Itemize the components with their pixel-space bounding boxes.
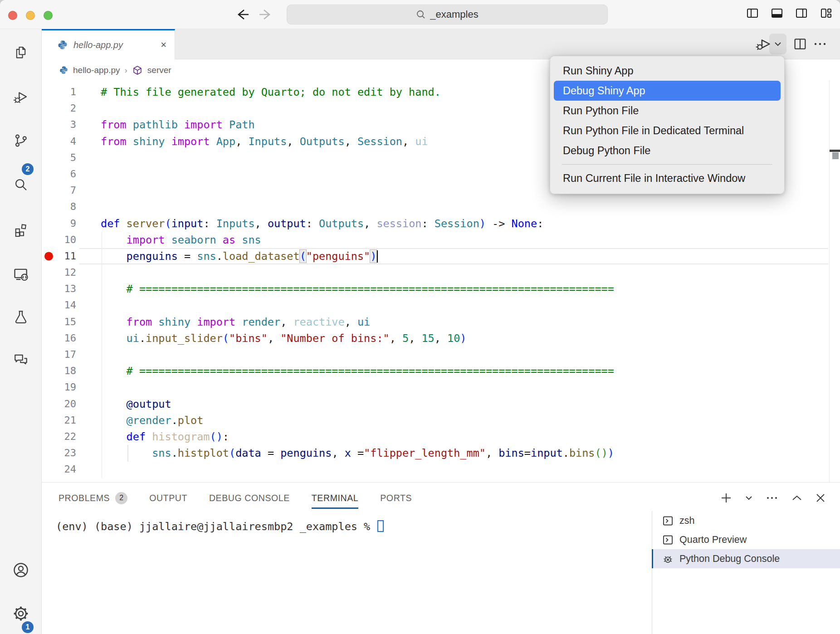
line-number[interactable]: 8 bbox=[42, 199, 76, 215]
line-number[interactable]: 5 bbox=[42, 150, 76, 166]
tab-hello-app[interactable]: hello-app.py × bbox=[42, 29, 175, 59]
code-line-22[interactable]: 22 def histogram(): bbox=[42, 429, 840, 445]
code-text: import seaborn as sns bbox=[101, 232, 261, 248]
settings-gear-icon[interactable] bbox=[12, 605, 30, 623]
code-line-11[interactable]: 11 penguins = sns.load_dataset("penguins… bbox=[42, 248, 840, 264]
line-number[interactable]: 6 bbox=[42, 166, 76, 182]
line-number[interactable]: 20 bbox=[42, 396, 76, 412]
terminal-profile-chevron-icon[interactable] bbox=[745, 494, 753, 502]
line-number[interactable]: 13 bbox=[42, 281, 76, 297]
problems-count-badge: 2 bbox=[115, 492, 127, 504]
terminal-instance-python-debug-console[interactable]: Python Debug Console bbox=[652, 549, 840, 568]
remote-explorer-icon[interactable] bbox=[12, 266, 29, 283]
account-icon[interactable] bbox=[12, 561, 30, 579]
customize-layout-icon[interactable] bbox=[819, 6, 833, 20]
line-number[interactable]: 2 bbox=[42, 100, 76, 117]
code-line-24[interactable]: 24 bbox=[42, 461, 840, 478]
line-number[interactable]: 16 bbox=[42, 330, 76, 346]
line-number[interactable]: 19 bbox=[42, 379, 76, 395]
split-editor-icon[interactable] bbox=[793, 37, 807, 51]
zoom-window-button[interactable] bbox=[44, 11, 53, 20]
code-line-16[interactable]: 16 ui.input_slider("bins", "Number of bi… bbox=[42, 330, 840, 346]
toggle-secondary-sidebar-icon[interactable] bbox=[795, 6, 808, 20]
maximize-panel-icon[interactable] bbox=[791, 492, 803, 504]
line-number[interactable]: 7 bbox=[42, 182, 76, 199]
extensions-icon[interactable] bbox=[13, 222, 29, 238]
explorer-icon[interactable] bbox=[13, 45, 29, 60]
line-number[interactable]: 12 bbox=[42, 264, 76, 281]
panel-tab-ports[interactable]: PORTS bbox=[380, 488, 412, 508]
code-line-18[interactable]: 18 # ===================================… bbox=[42, 363, 840, 379]
code-line-8[interactable]: 8 bbox=[42, 199, 840, 215]
testing-icon[interactable] bbox=[13, 309, 29, 325]
line-number[interactable]: 14 bbox=[42, 297, 76, 313]
breadcrumb-symbol[interactable]: server bbox=[147, 65, 171, 75]
code-line-20[interactable]: 20 @output bbox=[42, 396, 840, 412]
line-number[interactable]: 24 bbox=[42, 461, 76, 478]
line-number[interactable]: 4 bbox=[42, 133, 76, 150]
minimize-window-button[interactable] bbox=[26, 11, 35, 20]
close-panel-icon[interactable] bbox=[815, 492, 826, 504]
line-number[interactable]: 18 bbox=[42, 363, 76, 379]
code-line-17[interactable]: 17 bbox=[42, 346, 840, 363]
code-text: @output bbox=[101, 396, 171, 412]
code-line-15[interactable]: 15 from shiny import render, reactive, u… bbox=[42, 314, 840, 330]
code-line-13[interactable]: 13 # ===================================… bbox=[42, 281, 840, 297]
code-line-9[interactable]: 9def server(input: Inputs, output: Outpu… bbox=[42, 215, 840, 232]
line-number[interactable]: 1 bbox=[42, 84, 76, 100]
close-window-button[interactable] bbox=[8, 11, 17, 20]
code-line-19[interactable]: 19 bbox=[42, 379, 840, 395]
breadcrumb-file[interactable]: hello-app.py bbox=[73, 65, 120, 75]
menu-item-debug-shiny-app[interactable]: Debug Shiny App bbox=[554, 81, 781, 101]
new-terminal-icon[interactable] bbox=[719, 491, 733, 505]
terminal-instance-zsh[interactable]: zsh bbox=[652, 511, 840, 530]
line-number[interactable]: 23 bbox=[42, 445, 76, 461]
overview-ruler-thumb[interactable] bbox=[832, 152, 839, 159]
code-line-12[interactable]: 12 bbox=[42, 264, 840, 281]
code-line-14[interactable]: 14 bbox=[42, 297, 840, 313]
panel-tab-output[interactable]: OUTPUT bbox=[149, 488, 187, 508]
line-number[interactable]: 9 bbox=[42, 215, 76, 232]
breadcrumb-separator: › bbox=[125, 65, 127, 75]
vscode-window: _examples 2 1 hello-app.py × bbox=[0, 0, 840, 634]
code-line-10[interactable]: 10 import seaborn as sns bbox=[42, 232, 840, 248]
toggle-primary-sidebar-icon[interactable] bbox=[746, 6, 759, 20]
terminal-cursor bbox=[377, 520, 384, 532]
run-debug-icon[interactable] bbox=[13, 89, 29, 105]
forward-arrow-icon[interactable] bbox=[259, 7, 274, 22]
tab-close-icon[interactable]: × bbox=[161, 39, 166, 51]
terminal-instance-quarto-preview[interactable]: Quarto Preview bbox=[652, 530, 840, 549]
menu-item-run-current-file-in-interactive-window[interactable]: Run Current File in Interactive Window bbox=[554, 168, 781, 188]
comments-icon[interactable] bbox=[13, 352, 29, 368]
source-control-icon[interactable] bbox=[13, 132, 29, 149]
code-line-23[interactable]: 23 sns.histplot(data = penguins, x ="fli… bbox=[42, 445, 840, 461]
run-options-chevron-icon[interactable] bbox=[773, 39, 783, 49]
line-number[interactable]: 3 bbox=[42, 117, 76, 133]
editor-more-actions-icon[interactable] bbox=[812, 36, 828, 52]
back-arrow-icon[interactable] bbox=[234, 7, 249, 22]
line-number[interactable]: 10 bbox=[42, 232, 76, 248]
debug-run-icon[interactable] bbox=[755, 35, 772, 53]
code-line-21[interactable]: 21 @render.plot bbox=[42, 412, 840, 429]
search-sidebar-icon[interactable] bbox=[13, 176, 29, 193]
line-number[interactable]: 22 bbox=[42, 429, 76, 445]
panel-more-actions-icon[interactable] bbox=[765, 491, 779, 505]
line-number[interactable]: 21 bbox=[42, 412, 76, 429]
line-number[interactable]: 11 bbox=[42, 248, 76, 264]
code-text: from pathlib import Path bbox=[101, 117, 255, 133]
menu-item-run-python-file-in-dedicated-terminal[interactable]: Run Python File in Dedicated Terminal bbox=[554, 121, 781, 141]
terminal-prompt[interactable]: (env) (base) jjallaire@jjallairesmbp2 _e… bbox=[56, 520, 384, 533]
panel-tab-problems[interactable]: PROBLEMS2 bbox=[59, 488, 127, 508]
search-icon bbox=[416, 10, 426, 20]
panel-tab-debug-console[interactable]: DEBUG CONSOLE bbox=[209, 488, 290, 508]
menu-item-run-python-file[interactable]: Run Python File bbox=[554, 101, 781, 121]
toggle-panel-icon[interactable] bbox=[770, 6, 784, 20]
menu-item-debug-python-file[interactable]: Debug Python File bbox=[554, 141, 781, 161]
panel-tab-terminal[interactable]: TERMINAL bbox=[312, 488, 358, 508]
tab-filename: hello-app.py bbox=[73, 40, 155, 50]
window-search-bar[interactable]: _examples bbox=[287, 5, 608, 24]
line-number[interactable]: 17 bbox=[42, 346, 76, 363]
line-number[interactable]: 15 bbox=[42, 314, 76, 330]
code-text: def server(input: Inputs, output: Output… bbox=[101, 215, 543, 232]
menu-item-run-shiny-app[interactable]: Run Shiny App bbox=[554, 61, 781, 81]
